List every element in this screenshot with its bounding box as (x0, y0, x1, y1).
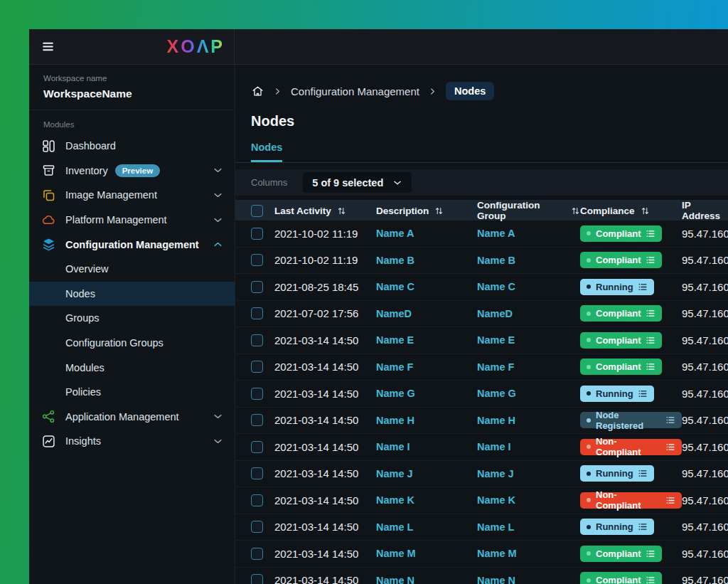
description-link[interactable]: Name M (376, 548, 477, 559)
description-link[interactable]: Name F (376, 361, 477, 373)
compliance-badge[interactable]: Running (580, 519, 654, 535)
tab-nodes[interactable]: Nodes (251, 142, 282, 162)
compliance-badge[interactable]: Non-Compliant (580, 492, 682, 509)
sidebar-item-configuration-groups[interactable]: Configuration Groups (29, 331, 235, 356)
configuration-group-link[interactable]: Name K (477, 494, 580, 506)
description-link[interactable]: Name I (376, 441, 477, 452)
description-link[interactable]: Name J (376, 468, 477, 479)
badge-menu-icon[interactable] (638, 469, 648, 477)
compliance-badge[interactable]: Compliant (580, 225, 662, 242)
xoap-logo: XOΛP (167, 36, 225, 57)
sidebar-item-policies[interactable]: Policies (29, 380, 235, 405)
badge-menu-icon[interactable] (646, 230, 655, 238)
badge-menu-icon[interactable] (666, 497, 675, 504)
compliance-badge[interactable]: Running (580, 465, 654, 482)
sidebar-item-platform-management[interactable]: Platform Management (29, 208, 235, 233)
sidebar-item-dashboard[interactable]: Dashboard (29, 134, 235, 159)
compliance-badge[interactable]: Running (580, 279, 654, 295)
badge-menu-icon[interactable] (666, 416, 675, 424)
breadcrumb-item-nodes-current[interactable]: Nodes (446, 82, 494, 100)
row-checkbox[interactable] (251, 307, 263, 319)
description-link[interactable]: Name A (376, 228, 477, 239)
sidebar-item-nodes[interactable]: Nodes (29, 282, 235, 307)
description-link[interactable]: Name G (376, 388, 477, 399)
badge-menu-icon[interactable] (646, 256, 655, 264)
sidebar-item-groups[interactable]: Groups (29, 306, 235, 331)
configuration-group-link[interactable]: Name B (477, 255, 580, 266)
configuration-group-link[interactable]: Name L (477, 521, 580, 533)
compliance-badge[interactable]: Node Registered (580, 412, 682, 428)
sidebar-item-application-management[interactable]: Application Management (29, 405, 235, 430)
row-checkbox[interactable] (251, 281, 263, 293)
configuration-group-link[interactable]: Name E (477, 334, 580, 346)
row-checkbox[interactable] (251, 494, 263, 506)
row-checkbox[interactable] (251, 228, 263, 240)
column-header-compliance[interactable]: Compliance (580, 206, 682, 216)
row-checkbox[interactable] (251, 388, 263, 400)
column-header-description[interactable]: Description (376, 206, 477, 216)
row-checkbox[interactable] (251, 467, 263, 479)
description-link[interactable]: NameD (376, 308, 477, 319)
configuration-group-link[interactable]: Name N (477, 575, 580, 584)
description-link[interactable]: Name N (376, 575, 477, 584)
home-icon[interactable] (251, 85, 264, 98)
breadcrumb-item-configuration-management[interactable]: Configuration Management (291, 85, 419, 97)
columns-select-dropdown[interactable]: 5 of 9 selected (303, 172, 412, 193)
compliance-badge[interactable]: Compliant (580, 572, 662, 584)
row-checkbox[interactable] (251, 548, 263, 560)
compliance-badge[interactable]: Compliant (580, 546, 662, 562)
badge-menu-icon[interactable] (638, 523, 648, 531)
workspace-section[interactable]: Workspace name WorkspaceName (29, 65, 235, 110)
configuration-group-link[interactable]: Name F (477, 361, 580, 373)
ip-address-cell: 95.47.160 (682, 361, 728, 373)
column-header-last-activity[interactable]: Last Activity (274, 206, 376, 216)
compliance-badge[interactable]: Compliant (580, 305, 662, 322)
configuration-group-link[interactable]: Name M (477, 548, 580, 559)
sidebar-item-overview[interactable]: Overview (29, 257, 235, 282)
description-link[interactable]: Name E (376, 334, 477, 346)
row-checkbox[interactable] (251, 254, 263, 266)
badge-menu-icon[interactable] (646, 550, 655, 558)
select-all-checkbox[interactable] (251, 205, 263, 217)
configuration-group-link[interactable]: Name A (477, 228, 580, 239)
column-header-configuration-group[interactable]: Configuration Group (477, 200, 580, 221)
row-checkbox[interactable] (251, 334, 263, 346)
configuration-group-link[interactable]: Name H (477, 415, 580, 426)
sidebar-item-modules[interactable]: Modules (29, 355, 235, 380)
status-dot-icon (587, 231, 591, 235)
configuration-group-link[interactable]: Name J (477, 468, 580, 479)
hamburger-menu-icon[interactable] (41, 40, 55, 53)
column-header-ip-address[interactable]: IP Address (682, 200, 728, 221)
description-link[interactable]: Name H (376, 415, 477, 426)
compliance-badge[interactable]: Compliant (580, 332, 662, 349)
description-link[interactable]: Name K (376, 494, 477, 506)
sidebar-item-inventory[interactable]: InventoryPreview (29, 159, 235, 184)
badge-menu-icon[interactable] (666, 443, 675, 451)
sidebar-item-image-management[interactable]: Image Management (29, 183, 235, 208)
compliance-badge[interactable]: Non-Compliant (580, 439, 682, 455)
sidebar-item-insights[interactable]: Insights (29, 429, 235, 454)
description-link[interactable]: Name B (376, 255, 477, 266)
configuration-group-link[interactable]: Name G (477, 388, 580, 399)
badge-menu-icon[interactable] (646, 576, 655, 584)
description-link[interactable]: Name L (376, 521, 477, 533)
badge-menu-icon[interactable] (646, 309, 655, 317)
compliance-badge[interactable]: Compliant (580, 252, 662, 268)
ip-address-cell: 95.47.160 (682, 307, 728, 319)
configuration-group-link[interactable]: Name C (477, 281, 580, 292)
row-checkbox[interactable] (251, 574, 263, 584)
row-checkbox[interactable] (251, 414, 263, 426)
badge-menu-icon[interactable] (646, 336, 655, 344)
badge-menu-icon[interactable] (638, 390, 648, 398)
row-checkbox[interactable] (251, 441, 263, 453)
compliance-badge[interactable]: Running (580, 386, 654, 402)
badge-menu-icon[interactable] (638, 283, 648, 291)
configuration-group-link[interactable]: NameD (477, 308, 580, 319)
sidebar-item-configuration-management[interactable]: Configuration Management (29, 232, 235, 257)
row-checkbox[interactable] (251, 361, 263, 373)
compliance-badge[interactable]: Compliant (580, 359, 662, 375)
row-checkbox[interactable] (251, 521, 263, 533)
description-link[interactable]: Name C (376, 281, 477, 292)
badge-menu-icon[interactable] (646, 363, 655, 371)
configuration-group-link[interactable]: Name I (477, 441, 580, 452)
